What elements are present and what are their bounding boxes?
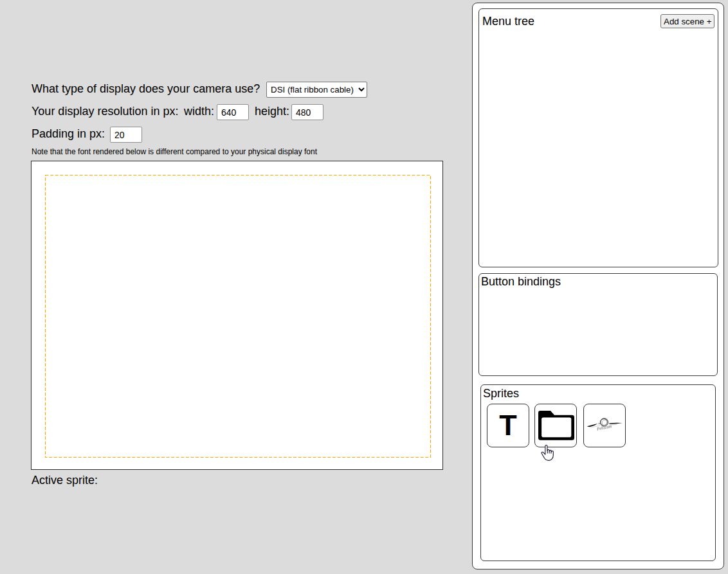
svg-text:Pellicam: Pellicam bbox=[596, 424, 612, 431]
